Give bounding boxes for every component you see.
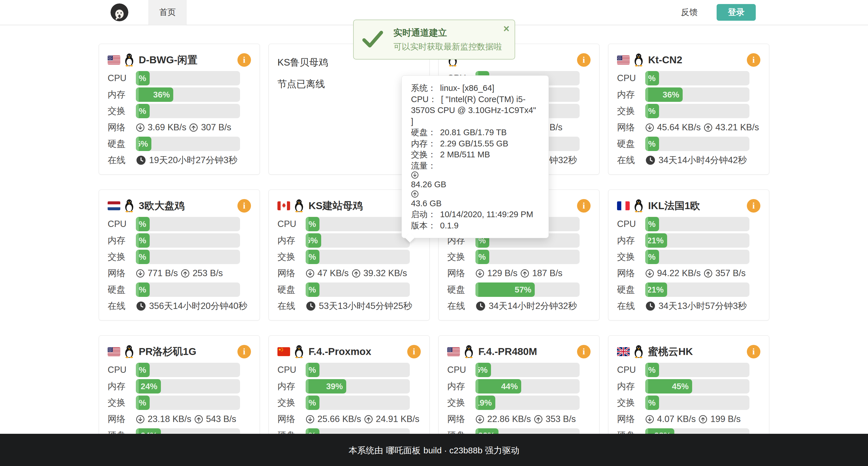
toast-close-icon[interactable]: × [503, 24, 509, 34]
info-icon[interactable]: i [577, 199, 591, 212]
uptime-label: 在线 [107, 300, 136, 312]
country-flag-icon [277, 201, 290, 210]
linux-os-icon [463, 345, 474, 358]
uptime-label: 在线 [447, 300, 475, 312]
network-label: 网络 [447, 267, 475, 279]
swap-progress-bar: 0% [136, 396, 240, 410]
memory-progress-bar: 15% [306, 233, 410, 248]
swap-progress-bar: 0% [136, 250, 240, 264]
offline-status-text: 节点已离线 [277, 78, 421, 91]
disk-progress-bar: 11% [645, 137, 749, 151]
country-flag-icon [277, 347, 290, 356]
memory-label: 内存 [617, 234, 645, 246]
memory-row: 内存 36% [617, 88, 761, 102]
disk-label: 硬盘 [447, 284, 475, 296]
memory-label: 内存 [277, 234, 306, 246]
server-card-header: F.4.-PR480M i [447, 343, 591, 360]
site-logo-avatar[interactable] [111, 3, 128, 21]
download-arrow-icon [475, 415, 484, 424]
info-icon[interactable]: i [577, 53, 591, 67]
uptime-label: 在线 [617, 300, 645, 312]
network-download-value: 45.64 KB/s [657, 122, 701, 133]
country-flag-icon [617, 347, 630, 356]
memory-row: 内存 15% [277, 233, 421, 248]
info-icon[interactable]: i [238, 199, 251, 212]
memory-label: 内存 [107, 89, 136, 101]
linux-os-icon [124, 345, 135, 358]
clock-icon [306, 301, 316, 311]
swap-label: 交换 [617, 105, 645, 117]
disk-row: 硬盘 21% [617, 282, 761, 297]
server-card-header: 蜜桃云HK i [617, 343, 761, 360]
login-button[interactable]: 登录 [717, 4, 756, 21]
server-card: Kt-CN2 i CPU 1% 内存 36% 交换 0% [608, 44, 769, 175]
uptime-value: 34天14小时4分钟42秒 [658, 154, 747, 166]
swap-label: 交换 [617, 251, 645, 263]
info-icon[interactable]: i [407, 345, 421, 358]
upload-arrow-icon [194, 415, 203, 424]
disk-progress-bar: 15% [136, 137, 240, 151]
tooltip-value: 0.1.9 [440, 221, 459, 230]
tooltip-traffic-down: 84.26 GB [411, 180, 446, 189]
info-icon[interactable]: i [238, 345, 251, 358]
nav-tab-home[interactable]: 首页 [149, 0, 186, 25]
cpu-progress-bar: 1% [645, 217, 749, 231]
cpu-row: CPU 1% [617, 217, 761, 231]
info-icon[interactable]: i [747, 199, 761, 212]
tooltip-label: CPU： [411, 95, 437, 104]
network-row: 网络 22.86 KB/s 353 B/s [447, 412, 591, 426]
uptime-value: 356天14小时20分钟40秒 [149, 300, 247, 312]
nezha-panel-link[interactable]: 哪吒面板 [386, 445, 421, 457]
memory-progress-bar: 36% [645, 88, 749, 102]
disk-row: 硬盘 1% [107, 282, 251, 297]
disk-label: 硬盘 [107, 138, 136, 150]
cpu-label: CPU [107, 73, 136, 84]
network-download-value: 22.86 KB/s [487, 414, 531, 424]
network-upload-value: 199 B/s [710, 414, 741, 424]
swap-progress-bar: 19% [475, 396, 580, 410]
download-arrow-icon [306, 269, 315, 278]
network-row: 网络 4.07 KB/s 199 B/s [617, 412, 761, 426]
memory-progress-bar: 39% [306, 379, 410, 394]
tooltip-value: 2 MB/511 MB [440, 150, 490, 159]
memory-label: 内存 [447, 380, 475, 392]
uptime-row: 在线 356天14小时20分钟40秒 [107, 299, 251, 313]
swap-label: 交换 [107, 251, 136, 263]
disk-label: 硬盘 [277, 284, 306, 296]
toast-title: 实时通道建立 [394, 27, 502, 39]
tooltip-value: linux- [x86_64] [440, 84, 494, 93]
network-download-value: 25.66 KB/s [317, 414, 361, 424]
info-icon[interactable]: i [747, 53, 761, 67]
server-card: 3欧大盘鸡 i CPU 0% 内存 6% 交换 0% [99, 190, 260, 321]
server-card-header: 3欧大盘鸡 i [107, 197, 251, 214]
tooltip-label: 交换： [411, 150, 436, 159]
info-icon[interactable]: i [238, 53, 251, 67]
upload-arrow-icon [364, 415, 373, 424]
cpu-label: CPU [277, 219, 306, 229]
network-upload-value: 187 B/s [532, 268, 562, 278]
nav-feedback-link[interactable]: 反馈 [681, 7, 698, 18]
memory-label: 内存 [107, 234, 136, 246]
memory-progress-bar: 36% [136, 88, 240, 102]
network-row: 网络 45.64 KB/s 43.21 KB/s [617, 120, 761, 135]
network-label: 网络 [617, 122, 645, 133]
check-icon [362, 30, 384, 49]
swap-row: 交换 NaN% [447, 250, 591, 264]
network-label: 网络 [107, 267, 136, 279]
info-icon[interactable]: i [747, 345, 761, 358]
network-label: 网络 [617, 413, 645, 425]
upload-arrow-icon [352, 269, 361, 278]
upload-arrow-icon [704, 269, 713, 278]
network-row: 网络 25.66 KB/s 24.91 KB/s [277, 412, 421, 426]
cpu-progress-bar: 1% [645, 71, 749, 86]
tooltip-value: 10/14/2020, 11:49:29 PM [440, 210, 533, 219]
cpu-progress-bar: 5% [136, 363, 240, 377]
toast-subtitle: 可以实时获取最新监控数据啦 [394, 41, 502, 53]
network-upload-value: 357 B/s [715, 268, 746, 278]
upload-arrow-icon [699, 415, 707, 424]
server-card-header: IKL法国1欧 i [617, 197, 761, 214]
tooltip-label: 版本： [411, 221, 436, 230]
network-label: 网络 [107, 122, 136, 133]
swap-row: 交换 0% [107, 250, 251, 264]
info-icon[interactable]: i [577, 345, 591, 358]
